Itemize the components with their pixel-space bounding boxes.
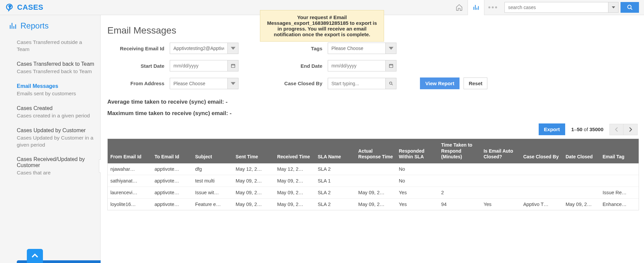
sidebar-item-2[interactable]: Email MessagesEmails sent by customers	[17, 80, 95, 102]
table-cell	[481, 163, 521, 175]
start-date-picker[interactable]	[228, 60, 238, 71]
table-cell: Yes	[396, 198, 438, 210]
svg-text:?: ?	[8, 4, 11, 9]
table-cell: May 09, 2…	[233, 198, 275, 210]
sidebar-item-1[interactable]: Cases Transferred back to TeamCases Tran…	[17, 58, 95, 80]
table-cell	[563, 187, 600, 198]
table-cell: Enhance…	[600, 198, 639, 210]
sidebar-title: Reports	[20, 21, 49, 31]
receiving-email-input[interactable]	[170, 43, 228, 54]
table-cell: apptivote…	[152, 198, 193, 210]
table-cell: SLA 2	[315, 198, 356, 210]
end-date-input[interactable]	[328, 60, 386, 71]
table-cell: No	[396, 175, 438, 187]
column-header[interactable]: Date Closed	[563, 139, 600, 163]
table-row[interactable]: sathiyanat…apptivote…test multiMay 09, 2…	[108, 175, 639, 187]
start-date-label: Start Date	[117, 63, 164, 69]
main-content: Email Messages Receiving Email Id Tags	[101, 15, 644, 263]
results-table: From Email IdTo Email IdSubjectSent Time…	[107, 139, 639, 210]
export-toast: Your request # Email Messages_export_168…	[260, 10, 384, 42]
end-date-picker[interactable]	[386, 60, 396, 71]
receiving-email-dropdown[interactable]	[228, 43, 238, 54]
search-button[interactable]	[621, 2, 639, 13]
closed-by-input[interactable]	[328, 78, 386, 89]
column-header[interactable]: Responded Within SLA	[396, 139, 438, 163]
start-date-input[interactable]	[170, 60, 228, 71]
sidebar-item-desc: Cases that are	[17, 169, 95, 176]
avg-time-stat: Average time taken to receive (sync) ema…	[107, 99, 639, 105]
table-cell: SLA 2	[315, 163, 356, 175]
home-icon[interactable]	[451, 0, 468, 15]
tags-dropdown[interactable]	[386, 43, 396, 54]
table-cell: test multi	[193, 175, 233, 187]
table-cell: njawahar…	[108, 163, 152, 175]
svg-rect-2	[231, 64, 235, 67]
column-header[interactable]: Case Closed By	[521, 139, 563, 163]
sidebar-item-4[interactable]: Cases Updated by CustomerCases Updated b…	[17, 124, 95, 153]
reports-icon[interactable]	[468, 0, 484, 15]
table-cell	[521, 163, 563, 175]
table-cell: No	[396, 163, 438, 175]
sidebar-item-3[interactable]: Cases CreatedCases created in a given pe…	[17, 102, 95, 124]
pager-prev[interactable]	[609, 124, 624, 135]
reset-button[interactable]: Reset	[464, 77, 487, 89]
table-cell: May 12, 2…	[233, 163, 275, 175]
end-date-label: End Date	[292, 63, 322, 69]
table-row[interactable]: njawahar…apptivote…dfgMay 12, 2…May 12, …	[108, 163, 639, 175]
table-cell: apptivote…	[152, 187, 193, 198]
sidebar-item-desc: Cases Updated by Customer in a given per…	[17, 135, 95, 149]
column-header[interactable]: From Email Id	[108, 139, 152, 163]
table-cell	[521, 187, 563, 198]
column-header[interactable]: Actual Response Time	[356, 139, 396, 163]
column-header[interactable]: Time Taken to Respond (Minutes)	[438, 139, 481, 163]
sidebar-item-0[interactable]: Cases Transferred outside a Team	[17, 35, 95, 58]
from-address-dropdown[interactable]	[228, 78, 238, 89]
table-cell: dfg	[193, 163, 233, 175]
svg-point-1	[628, 5, 631, 9]
view-report-button[interactable]: View Report	[420, 77, 460, 89]
table-cell: Issue Re…	[600, 187, 639, 198]
sidebar-item-5[interactable]: Cases Received/Updated by CustomerCases …	[17, 153, 95, 181]
column-header[interactable]: Subject	[193, 139, 233, 163]
pager-text: 1–50 of 35000	[571, 126, 603, 132]
closed-by-search[interactable]	[386, 78, 396, 89]
column-header[interactable]: To Email Id	[152, 139, 193, 163]
tags-input[interactable]	[328, 43, 386, 54]
stats: Average time taken to receive (sync) ema…	[107, 99, 639, 117]
table-row[interactable]: laurencevi…apptivote…Issue wit…May 09, 2…	[108, 187, 639, 198]
table-cell: May 09, 2…	[563, 198, 600, 210]
column-header[interactable]: Email Tag	[600, 139, 639, 163]
sidebar-item-title: Cases Updated by Customer	[17, 127, 95, 134]
sidebar-header: Reports	[0, 21, 100, 35]
table-cell: apptivote…	[152, 163, 193, 175]
table-cell: laurencevi…	[108, 187, 152, 198]
column-header[interactable]: SLA Name	[315, 139, 356, 163]
column-header[interactable]: Is Email Auto Closed?	[481, 139, 521, 163]
receiving-email-label: Receiving Email Id	[117, 46, 164, 51]
pager-next[interactable]	[624, 124, 638, 135]
export-button[interactable]: Export	[539, 123, 566, 135]
table-cell	[521, 175, 563, 187]
search-dropdown[interactable]	[608, 2, 619, 13]
sidebar: Reports Cases Transferred outside a Team…	[0, 15, 101, 263]
table-cell: apptivote…	[152, 175, 193, 187]
table-cell: May 12, 2…	[274, 163, 315, 175]
max-time-stat: Maximum time taken to receive (sync) ema…	[107, 110, 639, 117]
search-input[interactable]	[504, 2, 608, 13]
column-header[interactable]: Received Time	[274, 139, 315, 163]
sidebar-item-title: Cases Received/Updated by Customer	[17, 156, 95, 168]
from-address-input[interactable]	[170, 78, 228, 89]
closed-by-label: Case Closed By	[272, 81, 322, 86]
table-cell: 94	[438, 198, 481, 210]
table-cell	[356, 175, 396, 187]
svg-rect-3	[389, 64, 393, 67]
tags-label: Tags	[292, 46, 322, 51]
brand-icon: ?	[5, 3, 14, 12]
table-cell: 2	[438, 187, 481, 198]
table-toolbar: Export 1–50 of 35000	[107, 123, 639, 135]
brand: ? CASES	[5, 3, 43, 12]
table-row[interactable]: loyolite16…apptivote…Feature e…May 09, 2…	[108, 198, 639, 210]
scroll-top-button[interactable]	[27, 249, 43, 263]
column-header[interactable]: Sent Time	[233, 139, 275, 163]
more-icon[interactable]	[484, 0, 501, 15]
